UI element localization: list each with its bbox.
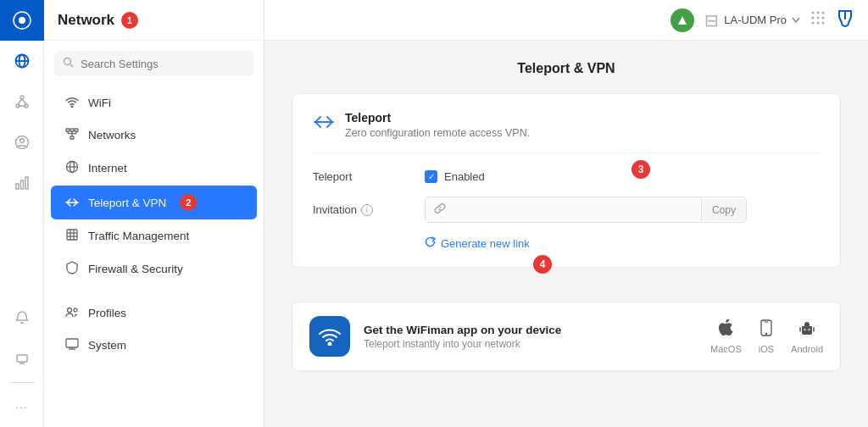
ubiquiti-logo	[836, 8, 854, 31]
svg-point-54	[329, 343, 331, 346]
rail-icon-network[interactable]	[0, 41, 44, 81]
svg-rect-34	[67, 230, 77, 240]
apps-grid-icon[interactable]	[810, 10, 826, 30]
svg-point-5	[20, 96, 24, 99]
svg-point-59	[809, 329, 810, 330]
svg-point-53	[822, 22, 825, 25]
android-icon	[799, 319, 815, 341]
generate-link-button[interactable]: Generate new link	[425, 236, 820, 250]
sidebar-item-firewall-label: Firewall & Security	[88, 263, 183, 275]
chevron-down-icon	[792, 17, 800, 23]
search-box[interactable]	[54, 51, 253, 76]
teleport-field-label: Teleport	[313, 170, 415, 183]
page-title: Teleport & VPN	[292, 61, 841, 76]
teleport-enabled-checkbox[interactable]: ✓ Enabled	[425, 170, 485, 183]
svg-rect-25	[70, 136, 74, 139]
copy-button[interactable]: Copy	[701, 199, 746, 221]
rail-icon-more[interactable]: ···	[0, 386, 44, 427]
network-badge: 1	[121, 12, 138, 29]
invitation-row: Invitation i Copy	[313, 197, 820, 223]
macos-label: MacOS	[710, 344, 742, 354]
ios-icon	[760, 319, 773, 341]
rail-icon-alerts[interactable]	[0, 297, 44, 338]
svg-point-52	[817, 22, 820, 25]
sidebar-item-profiles-label: Profiles	[88, 307, 126, 319]
svg-point-21	[71, 106, 73, 108]
sidebar-item-traffic[interactable]: Traffic Management	[51, 220, 257, 252]
wifiman-platforms: MacOS iOS Android	[710, 319, 823, 354]
traffic-icon	[64, 229, 80, 243]
svg-marker-44	[678, 16, 687, 25]
refresh-icon	[425, 236, 436, 250]
ios-label: iOS	[759, 344, 774, 354]
svg-point-39	[68, 308, 72, 313]
invitation-field-label: Invitation i	[313, 203, 415, 216]
main-area: ⊟ LA-UDM Pro Teleport & VPN Teleport Zer…	[264, 0, 868, 427]
teleport-icon	[64, 196, 80, 210]
wifiman-title: Get the WiFiman app on your device	[364, 324, 697, 336]
connection-status	[670, 8, 694, 32]
main-header: ⊟ LA-UDM Pro	[264, 0, 868, 41]
search-input[interactable]	[81, 58, 245, 70]
android-label: Android	[791, 344, 823, 354]
macos-icon	[718, 319, 733, 341]
svg-rect-15	[25, 177, 28, 189]
svg-point-19	[64, 58, 71, 65]
teleport-service-icon	[313, 113, 335, 135]
svg-point-48	[812, 17, 815, 19]
teleport-badge: 2	[180, 194, 197, 211]
svg-rect-23	[70, 129, 74, 131]
sidebar-item-teleport[interactable]: Teleport & VPN 2	[51, 186, 257, 219]
rail-icon-system[interactable]	[0, 338, 44, 379]
rail-icon-clients[interactable]	[0, 122, 44, 163]
checkbox-checked[interactable]: ✓	[425, 170, 437, 183]
teleport-settings-card: Teleport Zero configuration remote acces…	[292, 93, 841, 268]
wifiman-text: Get the WiFiman app on your device Telep…	[364, 324, 697, 350]
search-icon	[63, 57, 74, 70]
sidebar-item-system[interactable]: System	[51, 330, 257, 361]
platform-ios[interactable]: iOS	[759, 319, 774, 354]
wifiman-desc: Teleport instantly into your network	[364, 338, 697, 350]
sidebar-item-wifi[interactable]: WiFi	[51, 87, 257, 119]
svg-point-58	[804, 329, 806, 330]
svg-line-8	[18, 99, 22, 104]
link-icon	[434, 202, 446, 217]
sidebar-item-traffic-label: Traffic Management	[88, 230, 189, 242]
sidebar-item-profiles[interactable]: Profiles	[51, 297, 257, 329]
wifiman-app-icon	[309, 316, 350, 357]
svg-point-49	[817, 17, 820, 19]
invitation-link-field: Copy	[425, 197, 747, 223]
generate-link-label: Generate new link	[441, 237, 530, 250]
sidebar-item-networks[interactable]: Networks	[51, 119, 257, 151]
wifiman-card: Get the WiFiman app on your device Telep…	[292, 302, 841, 371]
svg-point-56	[765, 332, 767, 334]
invitation-field-inner	[426, 197, 701, 222]
rail-icon-topology[interactable]	[0, 81, 44, 122]
svg-rect-24	[75, 129, 78, 131]
svg-rect-16	[17, 355, 27, 362]
main-content: Teleport & VPN Teleport Zero configurati…	[264, 41, 868, 427]
rail-icon-stats[interactable]	[0, 163, 44, 203]
svg-line-20	[70, 64, 73, 67]
sidebar-item-teleport-label: Teleport & VPN	[88, 197, 166, 209]
system-icon	[64, 338, 80, 352]
networks-icon	[64, 128, 80, 142]
teleport-service-desc: Zero configuration remote access VPN.	[345, 127, 530, 139]
platform-macos[interactable]: MacOS	[710, 319, 742, 354]
internet-icon	[64, 160, 80, 176]
teleport-card-info: Teleport Zero configuration remote acces…	[345, 111, 530, 139]
annotation-4: 4	[533, 255, 552, 274]
svg-point-40	[74, 308, 77, 312]
svg-point-46	[817, 12, 820, 14]
sidebar-item-firewall[interactable]: Firewall & Security	[51, 252, 257, 286]
device-selector[interactable]: ⊟ LA-UDM Pro	[704, 10, 800, 30]
enabled-label: Enabled	[444, 170, 485, 183]
sidebar-item-system-label: System	[88, 339, 126, 352]
svg-point-51	[812, 22, 815, 25]
app-logo[interactable]	[0, 0, 44, 41]
sidebar-item-internet[interactable]: Internet	[51, 152, 257, 185]
platform-android[interactable]: Android	[791, 319, 823, 354]
firewall-icon	[64, 261, 80, 277]
info-icon[interactable]: i	[361, 204, 373, 216]
sidebar-item-internet-label: Internet	[88, 162, 127, 175]
